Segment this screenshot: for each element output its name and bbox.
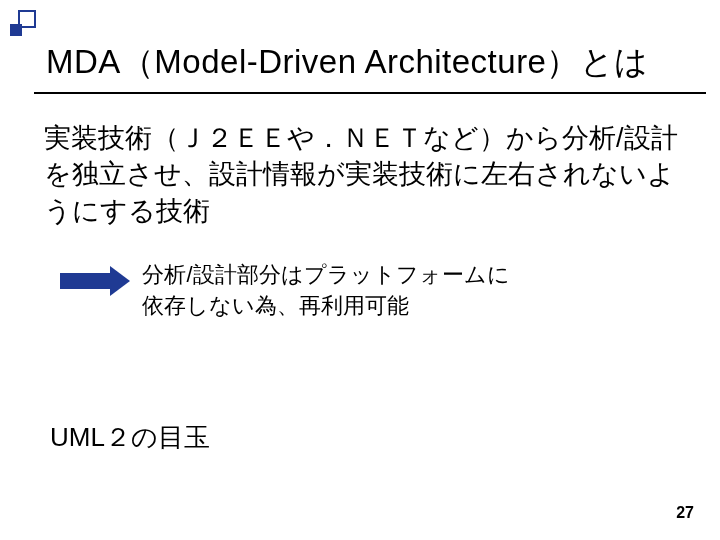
arrow-callout: 分析/設計部分はプラットフォームに 依存しない為、再利用可能: [60, 260, 680, 322]
body-paragraph: 実装技術（Ｊ２ＥＥや．ＮＥＴなど）から分析/設計を独立させ、設計情報が実装技術に…: [44, 120, 680, 229]
arrow-callout-text: 分析/設計部分はプラットフォームに 依存しない為、再利用可能: [142, 260, 509, 322]
arrow-right-icon: [60, 266, 130, 296]
footer-note: UML２の目玉: [50, 420, 210, 455]
slide-title: MDA（Model-Driven Architecture）とは: [46, 40, 649, 85]
slide: MDA（Model-Driven Architecture）とは 実装技術（Ｊ２…: [0, 0, 720, 540]
corner-decoration-icon: [8, 8, 36, 36]
page-number: 27: [676, 504, 694, 522]
arrow-text-line1: 分析/設計部分はプラットフォームに: [142, 262, 509, 287]
arrow-text-line2: 依存しない為、再利用可能: [142, 293, 409, 318]
title-underline: [34, 92, 706, 94]
